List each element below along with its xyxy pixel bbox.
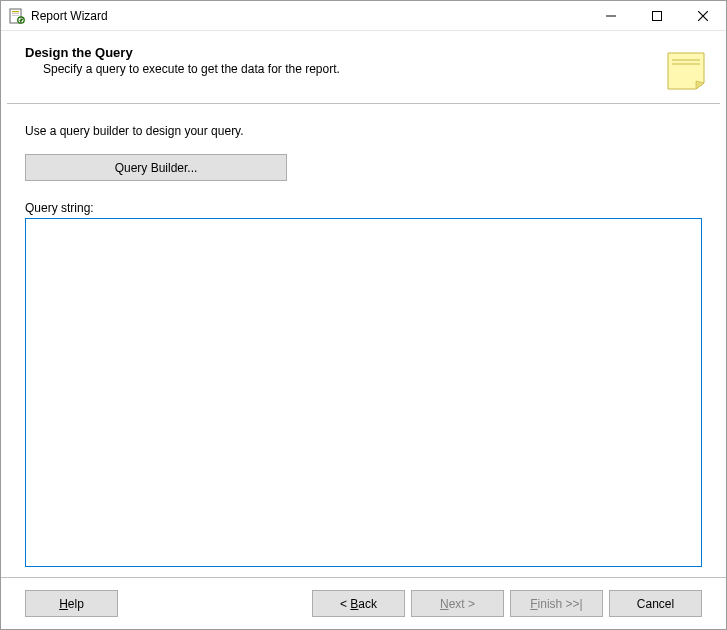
app-icon bbox=[9, 8, 25, 24]
svg-rect-1 bbox=[12, 11, 19, 12]
query-string-label: Query string: bbox=[25, 201, 702, 215]
wizard-header-subtitle: Specify a query to execute to get the da… bbox=[43, 62, 664, 76]
note-icon bbox=[664, 49, 708, 93]
cancel-button[interactable]: Cancel bbox=[609, 590, 702, 617]
builder-prompt-label: Use a query builder to design your query… bbox=[25, 124, 702, 138]
window-title: Report Wizard bbox=[31, 9, 588, 23]
report-wizard-window: Report Wizard Design the Query Specify a… bbox=[0, 0, 727, 630]
maximize-button[interactable] bbox=[634, 1, 680, 30]
svg-rect-3 bbox=[12, 15, 19, 16]
wizard-header: Design the Query Specify a query to exec… bbox=[1, 31, 726, 103]
window-controls bbox=[588, 1, 726, 30]
svg-rect-2 bbox=[12, 13, 19, 14]
help-button[interactable]: Help bbox=[25, 590, 118, 617]
query-string-input[interactable] bbox=[25, 218, 702, 567]
query-builder-button[interactable]: Query Builder... bbox=[25, 154, 287, 181]
next-button[interactable]: Next > bbox=[411, 590, 504, 617]
wizard-header-title: Design the Query bbox=[25, 45, 664, 60]
back-button[interactable]: < Back bbox=[312, 590, 405, 617]
query-string-wrap bbox=[25, 218, 702, 567]
titlebar: Report Wizard bbox=[1, 1, 726, 31]
minimize-button[interactable] bbox=[588, 1, 634, 30]
wizard-header-text: Design the Query Specify a query to exec… bbox=[25, 45, 664, 76]
svg-rect-5 bbox=[653, 11, 662, 20]
finish-button[interactable]: Finish >>| bbox=[510, 590, 603, 617]
close-button[interactable] bbox=[680, 1, 726, 30]
wizard-footer: Help < Back Next > Finish >>| Cancel bbox=[1, 577, 726, 629]
wizard-body: Use a query builder to design your query… bbox=[1, 104, 726, 577]
